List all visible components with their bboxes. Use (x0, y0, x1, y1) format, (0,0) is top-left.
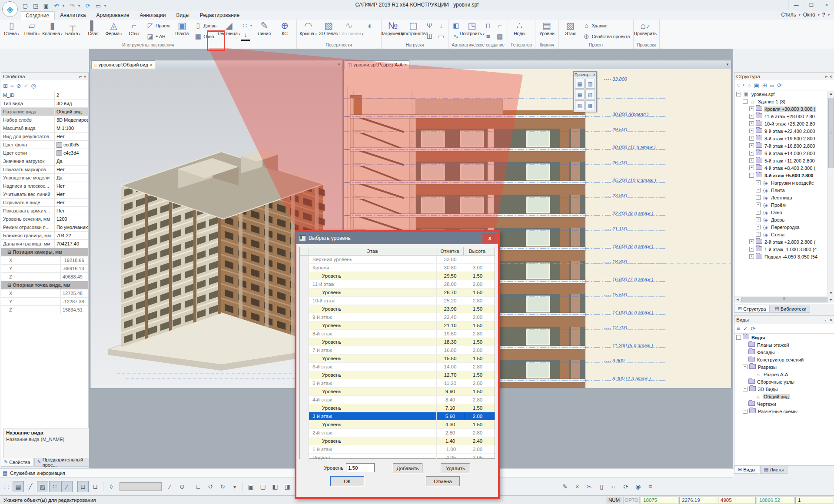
search-icon[interactable]: ◎ (31, 83, 36, 89)
ribbon-button-level-mark[interactable]: ↓ (240, 31, 253, 42)
property-row[interactable]: X-19218.66 (1, 256, 88, 265)
measure-button[interactable]: ▭ (94, 2, 103, 10)
viewport-3d-tab[interactable]: ⌂ уровни.spf:Общий вид × (91, 60, 155, 69)
structure-horizontal-scrollbar[interactable]: ◄Ⅲ► (734, 296, 834, 303)
level-table-row[interactable]: Уровень9.901.50 (300, 388, 495, 396)
ribbon-button-Здание[interactable]: ⌂Здание (581, 20, 631, 31)
redo-button[interactable]: ↷ (68, 2, 76, 10)
ribbon-button-row-load[interactable]: Ш (425, 31, 435, 42)
level-table-row[interactable]: Уровень26.701.50 (300, 288, 495, 297)
dialog-close-button[interactable]: x (482, 233, 497, 243)
ribbon-tab-Создание[interactable]: Создание (20, 11, 55, 20)
apply-icon[interactable]: ✓ (743, 325, 748, 332)
restore-button[interactable]: ❑ (804, 0, 819, 10)
property-row[interactable]: Значения нагрузокДа (1, 157, 88, 166)
property-row[interactable]: Вид для результатовНет (1, 133, 88, 141)
tree-item[interactable]: +{◈Стена (734, 231, 834, 238)
close-icon[interactable]: × (404, 63, 407, 67)
add-view-icon[interactable]: ⊞ (762, 82, 767, 89)
ribbon-button-vehicle[interactable]: ▭ (436, 31, 446, 42)
property-row[interactable]: Показать маркиров...Нет (1, 166, 88, 174)
tree-item[interactable]: +{◈Плита (734, 186, 834, 194)
column-header-floor[interactable]: Этаж (309, 247, 436, 255)
eye-button[interactable]: ◉ (632, 481, 644, 492)
tree-item[interactable]: +8-й этаж +19.600 2.800 (734, 135, 834, 142)
structure-vertical-scrollbar[interactable]: ▲≡ ▼ (827, 91, 834, 296)
property-row[interactable]: Цвет фонаccd0d5 (1, 141, 88, 149)
ribbon-button-Плита[interactable]: ▱Плита ▾ (22, 20, 42, 43)
tree-item[interactable]: +4-й этаж +8.400 2.800 ( (734, 164, 834, 172)
num-lock-indicator[interactable]: NUM (606, 497, 622, 504)
panel-tab-Предварительный прос...[interactable]: ✎Предварительный прос... (34, 458, 90, 467)
tree-item[interactable]: +Кровля +30.800 3.000 ( (734, 105, 834, 113)
property-row[interactable]: Y-12287.38 (1, 298, 88, 306)
door-button[interactable]: ▯ (596, 481, 607, 492)
level-input[interactable] (346, 463, 375, 472)
property-row[interactable]: Учитывать вес линийНет (1, 190, 88, 199)
box-solid-button[interactable]: ▣ (245, 481, 256, 492)
ribbon-button-wall-doc[interactable]: ◧ (451, 20, 461, 31)
ribbon-button-Построить[interactable]: ◳Построить ▾ (462, 20, 482, 43)
rotate-x-button[interactable]: ↺ (205, 481, 216, 492)
ribbon-button-Этаж[interactable]: ▧Этаж (560, 20, 581, 43)
tree-item[interactable]: +10-й этаж +25.200 2.80 (734, 120, 834, 127)
scissors-button[interactable]: ✂ (584, 481, 595, 492)
snap-axis-button[interactable]: ╱ (25, 481, 36, 492)
pin-icon[interactable]: ⌐ (825, 317, 828, 322)
column-header-height[interactable]: Высота (464, 247, 491, 255)
chevron-down-icon[interactable]: ▼ (337, 63, 341, 66)
tree-item[interactable]: +{◈Перегородка (734, 223, 834, 231)
minimize-button[interactable]: — (788, 0, 804, 10)
property-row[interactable]: Режим отрисовки п...По умолчанию (1, 223, 88, 232)
perpendicular-button[interactable]: ∟ (193, 481, 204, 492)
snap-grid-button[interactable]: ▦ (13, 481, 24, 492)
projection-button-3[interactable]: ▧ (585, 90, 595, 99)
workplane-button[interactable]: ◊ (106, 481, 117, 492)
tree-item[interactable]: Сборочные узлы (734, 378, 834, 385)
ribbon-button-Пространство[interactable]: ▢Пространство (403, 20, 424, 43)
property-row[interactable]: X12725.48 (1, 289, 88, 298)
ribbon-button-Свая[interactable]: ▌Свая (83, 20, 103, 43)
ribbon-button-arrow-down[interactable]: ↓ (436, 20, 446, 31)
ribbon-button-Стык[interactable]: ⌐Стык (124, 20, 144, 43)
tree-item[interactable]: −⌂Здание 1 (3) (734, 98, 834, 105)
categorized-view-icon[interactable]: ⊞ (3, 83, 8, 89)
ribbon-button-table-load[interactable]: ⊓ (483, 20, 493, 31)
refresh-icon[interactable]: ⟳ (777, 82, 782, 89)
property-row[interactable]: Надписи в плоскос...Нет (1, 182, 88, 190)
property-group-header[interactable]: ⊟ Опорная точка вида, мм (1, 281, 88, 289)
tree-item[interactable]: +{◈Лестница (734, 194, 834, 201)
tree-item[interactable]: +{◈Нагрузки и воздейс (734, 179, 834, 186)
property-row[interactable]: Z40688.49 (1, 273, 88, 281)
close-icon[interactable]: × (593, 73, 595, 77)
level-table-row[interactable]: Уровень29.501.50 (300, 272, 495, 280)
ribbon-tab-Виды[interactable]: Виды (171, 11, 194, 20)
ribbon-tab-Редактирование[interactable]: Редактирование (195, 11, 245, 20)
chevron-down-icon[interactable]: ▾ (63, 4, 66, 8)
apply-icon[interactable]: ✓ (23, 83, 28, 89)
tree-item[interactable]: Фасады (734, 348, 834, 356)
level-table-row[interactable]: 9-й этаж22.402.80 (300, 313, 495, 322)
projection-button-0[interactable]: ▤ (575, 79, 585, 89)
refresh-button[interactable]: ⟳ (620, 481, 631, 492)
chevron-down-icon[interactable]: ▾ (78, 4, 82, 8)
ribbon-button-Колонна[interactable]: ▮Колонна ▾ (42, 20, 63, 43)
tree-item[interactable]: +11-й этаж +28.000 2.80 (734, 113, 834, 120)
delete-button[interactable]: Удалить (441, 463, 470, 473)
tree-item[interactable]: −3-й этаж +5.600 2.800 (734, 172, 834, 179)
tree-item[interactable]: +Расчётные схемы (734, 408, 834, 415)
projection-button-5[interactable]: ▩ (585, 100, 595, 110)
tree-item[interactable]: +6-й этаж +14.000 2.800 (734, 149, 834, 157)
new-button[interactable]: ▢ (21, 2, 30, 10)
snap-guides-button[interactable]: ▨ (37, 481, 48, 492)
section-box-icon[interactable]: ▣ (754, 82, 759, 89)
column-header-mark[interactable]: Отметка (436, 247, 464, 255)
property-row[interactable]: Y-69916.13 (1, 265, 88, 273)
property-row[interactable]: Название видаОбщий вид (1, 108, 88, 116)
ribbon-button-Крыша[interactable]: ◠Крыша ▾ (298, 20, 319, 43)
ribbon-button-crane[interactable]: ⌐ (495, 20, 505, 31)
ribbon-button-Балка[interactable]: ┬Балка ▾ (63, 20, 83, 43)
projection-button-4[interactable]: ▨ (575, 100, 585, 110)
app-logo-icon[interactable]: ◈ (2, 1, 18, 17)
pin-icon[interactable]: ⌐ (825, 74, 828, 79)
